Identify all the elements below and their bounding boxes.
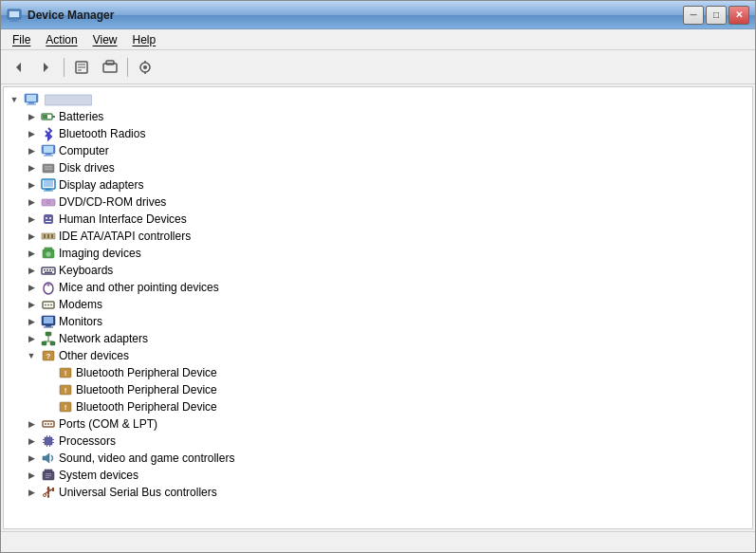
device-tree: ▼ ▶Batteries▶Bluetooth Radios▶Computer▶D… bbox=[4, 87, 752, 505]
minimize-button[interactable]: ─ bbox=[683, 6, 704, 25]
expand-btn-disk-drives[interactable]: ▶ bbox=[25, 161, 38, 175]
label-processors: Processors bbox=[59, 434, 116, 448]
menu-help[interactable]: Help bbox=[125, 31, 164, 48]
icon-imaging bbox=[41, 246, 56, 261]
svg-point-79 bbox=[45, 423, 46, 425]
expand-btn-ide[interactable]: ▶ bbox=[25, 230, 38, 243]
label-monitors: Monitors bbox=[59, 315, 102, 328]
label-ports: Ports (COM & LPT) bbox=[59, 417, 157, 431]
label-keyboards: Keyboards bbox=[59, 264, 113, 277]
icon-ports bbox=[41, 416, 56, 432]
tree-item-ports[interactable]: ▶Ports (COM & LPT) bbox=[4, 415, 752, 433]
tree-item-monitors[interactable]: ▶Monitors bbox=[4, 313, 752, 330]
svg-point-38 bbox=[49, 217, 51, 219]
close-button[interactable]: ✕ bbox=[728, 6, 749, 25]
tree-item-imaging[interactable]: ▶Imaging devices bbox=[4, 245, 752, 262]
forward-button[interactable] bbox=[33, 54, 60, 81]
svg-rect-20 bbox=[52, 116, 55, 118]
tree-item-display-adapters[interactable]: ▶Display adapters bbox=[4, 176, 752, 194]
icon-computer bbox=[41, 143, 56, 158]
tree-item-sound[interactable]: ▶Sound, video and game controllers bbox=[4, 450, 752, 467]
expand-btn-hid[interactable]: ▶ bbox=[25, 212, 38, 226]
expand-btn-processors[interactable]: ▶ bbox=[25, 434, 38, 448]
icon-usb bbox=[41, 485, 56, 500]
label-hid: Human Interface Devices bbox=[59, 212, 187, 226]
icon-monitors bbox=[41, 314, 56, 329]
expand-btn-bt-peripheral-2[interactable] bbox=[42, 383, 55, 396]
tree-item-network[interactable]: ▶Network adapters bbox=[4, 330, 752, 347]
svg-rect-96 bbox=[46, 477, 49, 478]
svg-rect-42 bbox=[47, 234, 49, 238]
expand-btn-dvd-drives[interactable]: ▶ bbox=[25, 195, 38, 209]
svg-marker-91 bbox=[43, 453, 49, 463]
tree-item-computer[interactable]: ▶Computer bbox=[4, 142, 752, 159]
properties-button[interactable] bbox=[68, 54, 95, 81]
expand-btn-batteries[interactable]: ▶ bbox=[25, 110, 38, 123]
tree-item-disk-drives[interactable]: ▶Disk drives bbox=[4, 159, 752, 176]
expand-btn-sound[interactable]: ▶ bbox=[25, 452, 38, 465]
svg-rect-30 bbox=[44, 180, 53, 187]
icon-disk-drives bbox=[41, 160, 56, 175]
expand-btn-modems[interactable]: ▶ bbox=[25, 298, 38, 311]
tree-item-keyboards[interactable]: ▶Keyboards bbox=[4, 262, 752, 279]
tree-item-ide[interactable]: ▶IDE ATA/ATAPI controllers bbox=[4, 228, 752, 245]
expand-btn-monitors[interactable]: ▶ bbox=[25, 315, 38, 328]
expand-btn-bt-peripheral-3[interactable] bbox=[42, 400, 55, 414]
tree-item-usb[interactable]: ▶Universal Serial Bus controllers bbox=[4, 484, 752, 501]
expand-btn-other-devices[interactable]: ▼ bbox=[25, 349, 38, 362]
tree-item-processors[interactable]: ▶Processors bbox=[4, 433, 752, 450]
svg-rect-32 bbox=[44, 191, 53, 192]
svg-rect-18 bbox=[45, 95, 92, 105]
tree-view-container[interactable]: ▼ ▶Batteries▶Bluetooth Radios▶Computer▶D… bbox=[3, 86, 753, 529]
tree-item-system[interactable]: ▶System devices bbox=[4, 467, 752, 484]
tree-item-bt-peripheral-1[interactable]: !Bluetooth Peripheral Device bbox=[4, 364, 752, 381]
tree-item-bluetooth-radios[interactable]: ▶Bluetooth Radios bbox=[4, 125, 752, 142]
icon-network bbox=[41, 331, 56, 346]
title-bar: Device Manager ─ □ ✕ bbox=[1, 1, 755, 29]
back-button[interactable] bbox=[5, 54, 31, 81]
icon-bt-peripheral-3: ! bbox=[58, 399, 73, 415]
expand-btn-keyboards[interactable]: ▶ bbox=[25, 264, 38, 277]
tree-item-batteries[interactable]: ▶Batteries bbox=[4, 108, 752, 125]
expand-btn-usb[interactable]: ▶ bbox=[25, 486, 38, 499]
tree-item-bt-peripheral-3[interactable]: !Bluetooth Peripheral Device bbox=[4, 398, 752, 415]
svg-rect-45 bbox=[45, 248, 52, 250]
svg-marker-98 bbox=[46, 487, 50, 489]
icon-batteries bbox=[41, 109, 56, 124]
svg-point-81 bbox=[50, 423, 52, 425]
svg-point-35 bbox=[47, 201, 49, 203]
menu-file[interactable]: File bbox=[5, 31, 38, 48]
expand-btn-network[interactable]: ▶ bbox=[25, 332, 38, 345]
maximize-button[interactable]: □ bbox=[706, 6, 727, 25]
label-computer: Computer bbox=[59, 144, 109, 157]
expand-btn-bluetooth-radios[interactable]: ▶ bbox=[25, 127, 38, 140]
expand-btn-system[interactable]: ▶ bbox=[25, 469, 38, 482]
svg-rect-87 bbox=[46, 435, 47, 437]
label-dvd-drives: DVD/CD-ROM drives bbox=[59, 195, 166, 209]
label-system: System devices bbox=[59, 469, 138, 482]
tree-item-mice[interactable]: ▶Mice and other pointing devices bbox=[4, 279, 752, 296]
tree-item-hid[interactable]: ▶Human Interface Devices bbox=[4, 211, 752, 228]
menu-action[interactable]: Action bbox=[38, 31, 84, 48]
label-ide: IDE ATA/ATAPI controllers bbox=[59, 230, 191, 243]
expand-btn-bt-peripheral-1[interactable] bbox=[42, 366, 55, 379]
root-collapse-btn[interactable]: ▼ bbox=[8, 93, 21, 106]
icon-bluetooth-radios bbox=[41, 126, 56, 141]
expand-btn-display-adapters[interactable]: ▶ bbox=[25, 178, 38, 192]
expand-btn-mice[interactable]: ▶ bbox=[25, 281, 38, 294]
expand-btn-ports[interactable]: ▶ bbox=[25, 417, 38, 431]
label-other-devices: Other devices bbox=[59, 349, 129, 362]
expand-btn-imaging[interactable]: ▶ bbox=[25, 247, 38, 260]
update-driver-button[interactable] bbox=[97, 54, 123, 81]
expand-btn-computer[interactable]: ▶ bbox=[25, 144, 38, 157]
svg-rect-27 bbox=[45, 166, 52, 168]
tree-root[interactable]: ▼ bbox=[4, 91, 752, 108]
svg-point-59 bbox=[50, 304, 52, 306]
scan-button[interactable] bbox=[132, 54, 158, 81]
tree-item-other-devices[interactable]: ▼?Other devices bbox=[4, 347, 752, 364]
tree-item-dvd-drives[interactable]: ▶DVD/CD-ROM drives bbox=[4, 194, 752, 211]
tree-item-modems[interactable]: ▶Modems bbox=[4, 296, 752, 313]
svg-rect-50 bbox=[49, 269, 51, 271]
tree-item-bt-peripheral-2[interactable]: !Bluetooth Peripheral Device bbox=[4, 381, 752, 398]
menu-view[interactable]: View bbox=[85, 31, 125, 48]
